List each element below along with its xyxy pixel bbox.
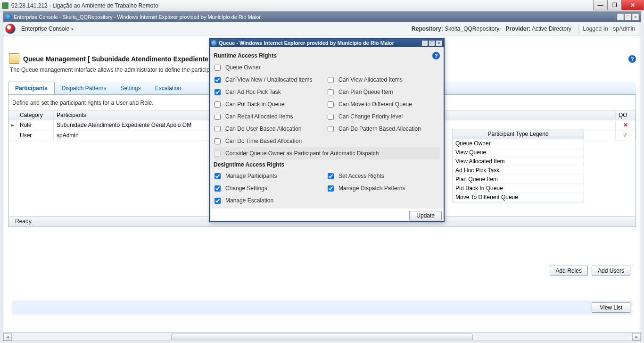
perm-move-queue[interactable]: Can Move to Different Queue	[327, 98, 440, 110]
scroll-right-icon[interactable]: ▸	[632, 333, 641, 341]
perm-plan-queue[interactable]: Can Plan Queue Item	[327, 86, 440, 98]
popup-minimize[interactable]: _	[421, 40, 428, 46]
queue-icon	[10, 54, 19, 64]
checkbox[interactable]	[215, 198, 221, 204]
perm-recall[interactable]: Can Recall Allocated Items	[214, 110, 327, 123]
legend-item: Queue Owner	[453, 139, 584, 148]
perm-change-priority[interactable]: Can Change Priority level	[327, 110, 440, 123]
console-topbar-right: Repository: Skelta_QQRepository Provider…	[412, 25, 639, 32]
runtime-section-title: Runtime Access Rights ?	[214, 50, 440, 61]
legend-title: Participant Type Legend	[453, 129, 584, 139]
qo-true-icon: ✓	[616, 130, 636, 140]
perm-consider-owner[interactable]: Consider Queue Owner as Participant for …	[214, 147, 440, 159]
col-category[interactable]: Category	[17, 110, 54, 120]
ie-icon	[5, 14, 12, 20]
rdp-title: 62.28.141.212 - Ligação ao Ambiente de T…	[11, 2, 158, 9]
perm-set-access-rights[interactable]: Set Access Rights	[327, 170, 440, 182]
popup-maximize[interactable]: □	[429, 40, 435, 46]
checkbox[interactable]	[328, 77, 334, 83]
checkbox[interactable]	[215, 138, 221, 144]
checkbox[interactable]	[328, 101, 334, 108]
perm-pattern-allocation[interactable]: Can Do Pattern Based Allocation	[327, 123, 440, 135]
add-roles-button[interactable]: Add Roles	[550, 266, 588, 276]
perm-view-allocated[interactable]: Can View Allocated Items	[327, 74, 440, 86]
browser-minimize[interactable]: _	[617, 14, 624, 20]
checkbox	[215, 151, 221, 157]
perm-put-back[interactable]: Can Put Back in Queue	[214, 98, 327, 110]
designtime-section-title: Designtime Access Rights	[214, 159, 440, 170]
checkbox[interactable]	[215, 126, 221, 132]
checkbox[interactable]	[215, 65, 221, 71]
perm-manage-dispatch[interactable]: Manage Dispatch Patterns	[327, 182, 440, 194]
repo-value: Skelta_QQRepository	[445, 25, 499, 32]
checkbox[interactable]	[328, 173, 334, 179]
cell-category: User	[17, 131, 54, 140]
rdp-icon	[2, 2, 8, 9]
checkbox[interactable]	[328, 126, 334, 132]
console-logo-icon	[5, 24, 16, 34]
perm-queue-owner[interactable]: Queue Owner	[214, 61, 440, 74]
legend-item: Move To Different Queue	[453, 193, 584, 202]
legend-item: View Allocated Item	[453, 157, 584, 166]
checkbox[interactable]	[328, 114, 334, 120]
page-title: Queue Management [ Subunidade Atendiment…	[23, 55, 222, 63]
browser-controls: _ □ ×	[616, 14, 639, 20]
popup-title: Queue - Windows Internet Explorer provid…	[219, 40, 394, 46]
minimize-button[interactable]: —	[593, 0, 607, 10]
browser-titlebar: Enterprise Console - Skelta_QQRepository…	[3, 12, 641, 22]
horizontal-scrollbar[interactable]: ◂ ▸	[3, 332, 641, 341]
legend-item: Put Back In Queue	[453, 184, 584, 193]
browser-maximize[interactable]: □	[625, 14, 631, 20]
tab-escalation[interactable]: Escalation	[148, 82, 188, 94]
popup-close[interactable]: ×	[436, 40, 442, 46]
cell-category: Role	[17, 120, 54, 130]
perm-user-allocation[interactable]: Can Do User Based Allocation	[214, 123, 327, 135]
console-menu[interactable]: Enterprise Console	[17, 24, 77, 34]
tab-dispatch-patterns[interactable]: Dispatch Patterns	[55, 82, 114, 94]
checkbox[interactable]	[328, 185, 334, 192]
col-qo[interactable]: QO	[616, 110, 636, 120]
checkbox[interactable]	[215, 185, 221, 192]
perm-manage-participants[interactable]: Manage Participants	[214, 170, 327, 182]
close-button[interactable]: ✕	[621, 0, 644, 10]
perm-time-allocation[interactable]: Can Do Time Based Allocation	[214, 135, 440, 147]
checkbox[interactable]	[215, 89, 221, 95]
checkbox[interactable]	[328, 89, 334, 95]
access-rights-popup: Queue - Windows Internet Explorer provid…	[209, 38, 445, 222]
scroll-left-icon[interactable]: ◂	[3, 333, 12, 341]
tab-participants[interactable]: Participants	[8, 82, 55, 94]
browser-close[interactable]: ×	[632, 14, 639, 20]
legend-item: Ad Hoc Pick Task	[453, 166, 584, 175]
participant-type-legend: Participant Type Legend Queue Owner View…	[452, 129, 584, 202]
perm-manage-escalation[interactable]: Manage Escalation	[214, 194, 440, 207]
checkbox[interactable]	[215, 173, 221, 179]
ie-icon	[211, 40, 217, 46]
checkbox[interactable]	[215, 77, 221, 83]
browser-title: Enterprise Console - Skelta_QQRepository…	[14, 14, 261, 20]
maximize-button[interactable]: ❐	[607, 0, 621, 10]
action-buttons: Add Roles Add Users	[550, 266, 630, 276]
legend-item: Plan Queue Item	[453, 175, 584, 184]
checkbox[interactable]	[215, 101, 221, 108]
rdp-window-controls: — ❐ ✕	[593, 0, 644, 10]
add-users-button[interactable]: Add Users	[592, 266, 630, 276]
logged-in-user[interactable]: Logged In - spAdmin	[578, 25, 639, 33]
popup-titlebar[interactable]: Queue - Windows Internet Explorer provid…	[210, 39, 444, 47]
footer-strip	[12, 301, 632, 315]
repo-label: Repository:	[412, 25, 443, 32]
rdp-titlebar: 62.28.141.212 - Ligação ao Ambiente de T…	[0, 0, 644, 11]
update-button[interactable]: Update	[409, 211, 442, 220]
provider-label: Provider:	[506, 25, 531, 32]
help-icon[interactable]: ?	[628, 55, 636, 63]
tab-settings[interactable]: Settings	[113, 82, 148, 94]
view-list-container: View List	[592, 302, 630, 313]
help-icon[interactable]: ?	[432, 52, 440, 59]
perm-adhoc-pick[interactable]: Can Ad Hoc Pick Task	[214, 86, 327, 98]
perm-change-settings[interactable]: Change Settings	[214, 182, 327, 194]
perm-view-new[interactable]: Can View New / Unallocated Items	[214, 74, 327, 86]
scroll-thumb[interactable]	[171, 334, 473, 340]
checkbox[interactable]	[215, 114, 221, 120]
qo-false-icon: ✕	[616, 120, 636, 130]
view-list-button[interactable]: View List	[592, 302, 630, 313]
row-selector-icon: ▸	[8, 120, 17, 130]
